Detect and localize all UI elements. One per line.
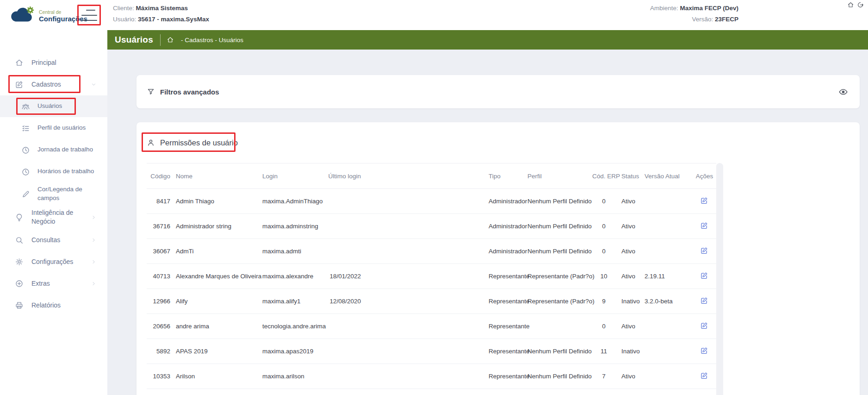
cell-cod_erp: 10 — [592, 273, 615, 280]
home-icon[interactable] — [847, 1, 855, 8]
edit-user-icon[interactable] — [700, 196, 709, 205]
page-title: Usuários — [107, 35, 153, 45]
cell-cod_erp: 0 — [592, 223, 615, 230]
app-root: { "colors": { "accent_green": "#587a28",… — [0, 0, 868, 395]
cell-acoes — [693, 196, 716, 207]
sidebar: PrincipalCadastrosUsuáriosPerfil de usuá… — [0, 30, 107, 395]
cell-tipo: Representante — [361, 298, 527, 305]
sidebar-item-label: Relatórios — [31, 301, 61, 310]
cell-status: Ativo — [615, 323, 643, 330]
cell-nome: Arilson — [170, 373, 262, 380]
sidebar-item-label: Cadastros — [31, 80, 61, 89]
cell-codigo: 12966 — [147, 298, 170, 305]
col-header-status: Status — [615, 173, 643, 180]
table-row: 36716Administrador stringmaxima.adminstr… — [147, 214, 716, 239]
edit-user-icon[interactable] — [700, 246, 709, 255]
cell-perfil: Representante (Padr?o) — [527, 273, 592, 280]
sidebar-item-label: Consultas — [31, 236, 60, 245]
divider — [160, 34, 161, 46]
search-icon — [15, 236, 24, 245]
version-value: 23FECP — [715, 16, 738, 23]
clock-icon — [21, 168, 30, 176]
gear-icon — [15, 257, 24, 266]
cell-status: Ativo — [615, 198, 643, 205]
cell-cod_erp: 11 — [592, 348, 615, 355]
table-row: 10353Arilsonmaxima.arilsonRepresentanteN… — [147, 364, 716, 389]
sidebar-item-usuarios[interactable]: Usuários — [0, 95, 107, 117]
edit-user-icon[interactable] — [700, 371, 709, 380]
cell-acoes — [693, 321, 716, 332]
sidebar-item-jornada-de-trabalho[interactable]: Jornada de trabalho — [0, 139, 107, 161]
cell-ultimo_login: 12/08/2020 — [319, 298, 361, 305]
sidebar-item-label: Perfil de usuários — [37, 124, 86, 132]
cell-acoes — [693, 221, 716, 232]
cell-tipo: Administrador — [361, 198, 527, 205]
cell-versao_atual: 3.2.0-beta — [643, 298, 693, 305]
bulb-icon — [15, 213, 24, 222]
sidebar-item-corlegenda-de-campos[interactable]: Cor/Legenda de campos — [0, 182, 107, 206]
cell-tipo: Representante — [361, 273, 527, 280]
sidebar-item-configuracoes[interactable]: Configurações — [0, 251, 107, 273]
logout-icon[interactable] — [857, 1, 864, 8]
home-icon — [15, 58, 24, 67]
cell-perfil: Nenhum Perfil Definido — [527, 223, 592, 230]
cell-codigo: 36067 — [147, 248, 170, 255]
chevron-right-icon — [91, 238, 96, 243]
edit-user-icon[interactable] — [700, 271, 709, 280]
cell-nome: Administrador string — [170, 223, 262, 230]
content-area: Filtros avançados Permissões de usuário … — [107, 50, 868, 395]
cell-codigo: 10353 — [147, 373, 170, 380]
col-header-ultimo_login: Último login — [319, 173, 361, 180]
sidebar-item-label: Cor/Legenda de campos — [37, 185, 96, 203]
edit-user-icon[interactable] — [700, 346, 709, 355]
table-body: 8417Admin Thiagomaxima.AdminThiagoAdmini… — [147, 189, 860, 389]
users-icon — [21, 102, 30, 111]
sidebar-item-horarios-de-trabalho[interactable]: Horários de trabalho — [0, 161, 107, 182]
menu-toggle-button[interactable] — [81, 9, 98, 22]
col-header-perfil: Perfil — [527, 173, 592, 180]
cell-nome: APAS 2019 — [170, 348, 262, 355]
sidebar-item-principal[interactable]: Principal — [0, 52, 107, 74]
cell-codigo: 20656 — [147, 323, 170, 330]
col-header-nome: Nome — [170, 173, 262, 180]
edit-user-icon[interactable] — [700, 296, 709, 305]
breadcrumb-home-icon[interactable] — [167, 36, 174, 44]
app-logo: Central de Configurações — [9, 4, 87, 26]
corner-actions — [847, 1, 864, 8]
advanced-filters-panel[interactable]: Filtros avançados — [136, 75, 860, 108]
sidebar-nav: PrincipalCadastrosUsuáriosPerfil de usuá… — [0, 30, 107, 316]
eye-icon[interactable] — [838, 87, 849, 97]
environment-info: Ambiente: Maxima FECP (Dev) Versão: 23FE… — [650, 5, 738, 27]
table-scrollbar[interactable] — [716, 163, 723, 395]
cell-status: Inativo — [615, 298, 643, 305]
cell-acoes — [693, 296, 716, 307]
client-label: Cliente: — [113, 5, 134, 12]
sidebar-item-relatorios[interactable]: Relatórios — [0, 295, 107, 316]
cell-nome: Admin Thiago — [170, 198, 262, 205]
sidebar-item-label: Horários de trabalho — [37, 167, 94, 176]
sidebar-item-label: Usuários — [37, 102, 62, 111]
cell-login: maxima.apas2019 — [262, 348, 319, 355]
cell-login: maxima.alexandre — [262, 273, 319, 280]
cell-login: maxima.adminstring — [262, 223, 319, 230]
chevron-right-icon — [91, 215, 96, 220]
col-header-tipo: Tipo — [361, 173, 527, 180]
table-header-row: CódigoNomeLoginÚltimo loginTipoPerfilCód… — [147, 163, 716, 189]
edit-user-icon[interactable] — [700, 321, 709, 330]
logo-cloud-icon — [9, 4, 36, 26]
checklist-icon — [21, 124, 30, 132]
sidebar-item-inteligencia-de-negocio[interactable]: Inteligência de Negócio — [0, 206, 107, 229]
sidebar-item-label: Extras — [31, 279, 50, 288]
edit-user-icon[interactable] — [700, 221, 709, 230]
cell-cod_erp: 0 — [592, 198, 615, 205]
page-title-bar: Usuários - Cadastros - Usuários — [107, 30, 868, 50]
cell-cod_erp: 0 — [592, 323, 615, 330]
cell-ultimo_login: 18/01/2022 — [319, 273, 361, 280]
sidebar-item-perfil-de-usuarios[interactable]: Perfil de usuários — [0, 117, 107, 139]
sidebar-item-extras[interactable]: Extras — [0, 273, 107, 295]
sidebar-item-cadastros[interactable]: Cadastros — [0, 74, 107, 95]
sidebar-item-consultas[interactable]: Consultas — [0, 229, 107, 251]
clock-icon — [21, 146, 30, 154]
cell-acoes — [693, 371, 716, 382]
table-row: 5892APAS 2019maxima.apas2019Representant… — [147, 339, 716, 364]
